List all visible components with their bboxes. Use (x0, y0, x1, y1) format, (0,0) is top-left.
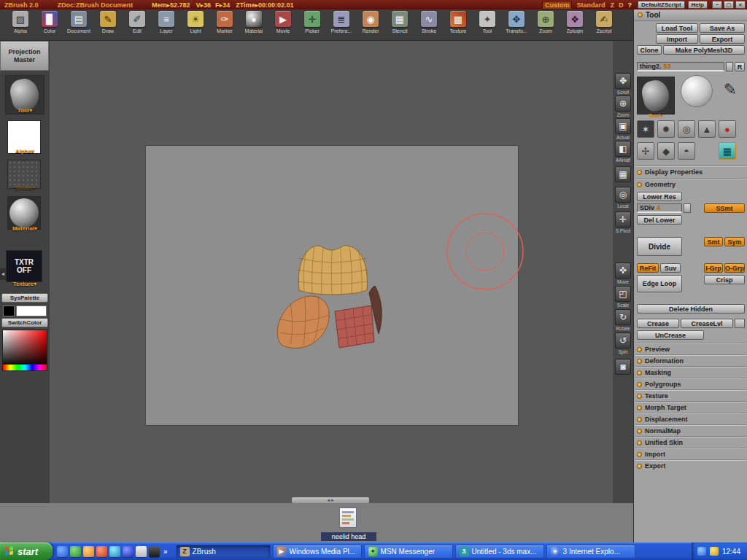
menu-stencil[interactable]: ▦Stencil (385, 11, 414, 40)
delete-hidden-button[interactable]: Delete Hidden (637, 304, 745, 314)
scale-nav-tool[interactable]: ◰Scale (615, 286, 631, 308)
menu-layer[interactable]: ≡Layer (152, 11, 181, 40)
help-mark[interactable]: ? (627, 1, 632, 9)
menu-light[interactable]: ☀Light (181, 11, 210, 40)
pen-tool-thumbnail[interactable]: ✎ (719, 77, 742, 103)
taskbar-task-zbrush[interactable]: Z ZBrush (176, 545, 271, 559)
quicklaunch-overflow-chevron[interactable]: » (162, 548, 169, 556)
menu-document[interactable]: ▤Document (64, 11, 93, 40)
refit-button[interactable]: ReFit (637, 263, 659, 273)
section-preview[interactable]: Preview (635, 343, 746, 354)
star3d-thumbnail[interactable]: ✶ (637, 120, 654, 138)
projection-master-button[interactable]: Projection Master (0, 41, 49, 71)
snapshot-tool[interactable]: ◙ (615, 359, 631, 376)
menu-edit[interactable]: ✐Edit (123, 11, 152, 40)
quicklaunch-icon[interactable] (70, 546, 81, 557)
material-flyout-label[interactable]: Material▾ (0, 225, 50, 232)
section-texture[interactable]: Texture (635, 390, 746, 401)
crease-lvl-option-box[interactable] (735, 319, 745, 328)
start-button[interactable]: start (0, 542, 53, 560)
uncrease-button[interactable]: UnCrease (637, 330, 704, 340)
section-deformation[interactable]: Deformation (635, 355, 746, 366)
desktop[interactable]: neelid head (0, 503, 633, 542)
quicklaunch-icon[interactable] (149, 546, 160, 557)
alpha-flyout-label[interactable]: Alpha▾ (0, 148, 50, 155)
smt-button[interactable]: Smt (704, 237, 723, 246)
close-button[interactable]: ✕ (735, 1, 746, 9)
help-button[interactable]: Help (688, 1, 708, 9)
divide-button[interactable]: Divide (637, 237, 682, 256)
texture-flyout-label[interactable]: Texture▾ (0, 281, 50, 287)
quicklaunch-icon[interactable] (109, 546, 120, 557)
tool-name-option-box[interactable] (726, 62, 733, 71)
section-unified-skin[interactable]: Unified Skin (635, 437, 746, 448)
edge-loop-button[interactable]: Edge Loop (637, 275, 682, 292)
local-tool[interactable]: ◎Local (615, 187, 631, 209)
section-normalmap[interactable]: NormalMap (635, 425, 746, 436)
color-picker-hue-strip[interactable] (2, 365, 47, 371)
tool-picker-label[interactable]: Tool▾ (637, 112, 675, 119)
menu-alpha[interactable]: ▨Alpha (6, 11, 35, 40)
defaultzscript-button[interactable]: DefaultZScript (638, 1, 685, 9)
desktop-file-icon[interactable] (337, 508, 359, 531)
menu-zplugin[interactable]: ❖Zplugin (560, 11, 589, 40)
menu-texture[interactable]: ▩Texture (444, 11, 473, 40)
section-morph-target[interactable]: Morph Target (635, 402, 746, 413)
move-nav-tool[interactable]: ✜Move (615, 262, 631, 284)
menu-tool[interactable]: ✦Tool (473, 11, 502, 40)
menu-transform[interactable]: ✥Transfo... (502, 11, 531, 40)
section-export[interactable]: Export (635, 460, 746, 471)
spin-tool[interactable]: ↺Spin (615, 332, 631, 354)
menu-stroke[interactable]: ∿Stroke (414, 11, 444, 40)
menu-config-d[interactable]: D (619, 1, 624, 9)
left-panel-divider-arrow[interactable]: ◂ (0, 268, 6, 280)
menu-picker[interactable]: ✛Picker (298, 11, 327, 40)
sym-button[interactable]: Sym (724, 237, 745, 246)
tool-panel-header[interactable]: Tool (634, 9, 747, 21)
red-sphere-thumbnail[interactable]: ● (719, 120, 736, 138)
taskbar-task-internet-explorer[interactable]: e 3 Internet Explo... (546, 545, 635, 559)
actual-size-tool[interactable]: ▣Actual (615, 118, 631, 140)
tray-clock[interactable]: 12:44 (722, 548, 740, 556)
taskbar-task-media-player[interactable]: ▶ Windows Media Pl... (273, 545, 362, 559)
maximize-button[interactable]: ▢ (724, 1, 734, 9)
current-tool-large-thumbnail[interactable] (637, 77, 675, 114)
quicklaunch-icon[interactable] (57, 546, 68, 557)
section-geometry[interactable]: Geometry (635, 179, 746, 190)
texture-thumbnail[interactable]: TXTR OFF (6, 250, 42, 282)
section-display-properties[interactable]: Display Properties (635, 166, 746, 177)
switchcolor-button[interactable]: SwitchColor (1, 318, 48, 327)
quicklaunch-icon[interactable] (136, 546, 147, 557)
menu-preferences[interactable]: ≣Prefere... (327, 11, 356, 40)
zoom-tool[interactable]: ⊕Zoom (615, 96, 631, 117)
section-masking[interactable]: Masking (635, 367, 746, 378)
quicklaunch-icon[interactable] (83, 546, 94, 557)
make-polymesh3d-button[interactable]: Make PolyMesh3D (663, 45, 745, 55)
lower-res-button[interactable]: Lower Res (637, 192, 682, 201)
desktop-file-label[interactable]: neelid head (321, 532, 376, 541)
stroke-flyout-label[interactable]: Stroke▾ (0, 184, 50, 191)
secondary-color-swatch[interactable] (3, 306, 15, 316)
import-tool-button[interactable]: Import (656, 34, 698, 44)
quicklaunch-icon[interactable] (96, 546, 107, 557)
color-picker-gradient[interactable] (2, 330, 47, 365)
gear3d-thumbnail[interactable]: ✹ (657, 120, 675, 138)
menu-zscript[interactable]: ✍Zscript (589, 11, 619, 40)
ring3d-thumbnail[interactable]: ◎ (678, 120, 695, 138)
menu-marker[interactable]: ✑Marker (210, 11, 239, 40)
main-color-swatch[interactable] (16, 306, 47, 316)
tray-icon-2[interactable] (710, 547, 719, 556)
selected-mesh-thumbnail[interactable]: ▦ (719, 142, 736, 160)
menu-color[interactable]: ▉Color (35, 11, 64, 40)
menu-material[interactable]: ●Material (239, 11, 268, 40)
menu-draw[interactable]: ✎Draw (93, 11, 123, 40)
sdiv-slider[interactable]: SDiv4 (637, 203, 682, 213)
sdiv-option-box[interactable] (684, 203, 691, 213)
point-select-tool[interactable]: ▦ (615, 166, 631, 183)
section-import[interactable]: Import (635, 448, 746, 459)
cube3d-thumbnail[interactable]: ◆ (657, 142, 675, 160)
suv-button[interactable]: Suv (660, 263, 681, 273)
sphere3d-thumbnail[interactable] (681, 75, 713, 107)
section-displacement[interactable]: Displacement (635, 413, 746, 424)
tool-name-slider[interactable]: thing2.53 (637, 62, 724, 71)
